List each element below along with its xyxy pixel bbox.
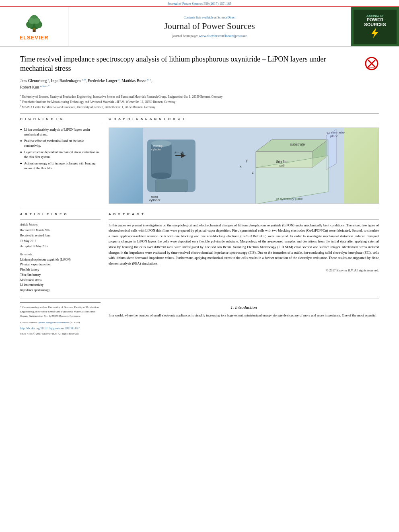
svg-text:substrate: substrate <box>290 142 305 146</box>
contents-available-line: Contents lists available at ScienceDirec… <box>184 16 236 19</box>
divider-1 <box>20 113 379 114</box>
article-info-abstract-row: A R T I C L E I N F O Article history: R… <box>20 212 379 293</box>
article-title: Time resolved impedance spectroscopy ana… <box>20 55 364 74</box>
svg-rect-8 <box>33 30 35 32</box>
intro-title: 1. Introduction <box>109 305 379 310</box>
svg-point-18 <box>151 173 171 179</box>
svg-text:yz symmetry: yz symmetry <box>327 131 345 134</box>
keyword-3: Flexible battery <box>20 267 101 273</box>
journal-homepage-link[interactable]: www.elsevier.com/locate/jpowsour <box>199 34 247 38</box>
graphical-abstract-image: F = 1N fixed cylinder moving cylinder th… <box>109 127 379 204</box>
article-info-col: A R T I C L E I N F O Article history: R… <box>20 212 101 293</box>
authors-list: Jens Glenneberg a, Ingo Bardenhagen a, b… <box>20 78 379 91</box>
divider-2 <box>20 209 379 209</box>
bottom-section: * Corresponding author. University of Br… <box>20 298 379 336</box>
cover-lightning-icon <box>367 27 383 39</box>
highlights-col: H I G H L I G H T S Li ion conductivity … <box>20 117 101 204</box>
svg-point-6 <box>34 18 40 24</box>
introduction-col: 1. Introduction In a world, where the nu… <box>109 302 379 336</box>
abstract-label: A B S T R A C T <box>109 212 379 216</box>
author-3: Frederieke Langer a, <box>88 78 121 83</box>
graphical-abstract-col: G R A P H I C A L A B S T R A C T F = 1N <box>109 117 379 204</box>
issn-line: 0378-7753/© 2017 Elsevier B.V. All right… <box>20 332 101 336</box>
article-info-label: A R T I C L E I N F O <box>20 212 101 216</box>
keywords-label: Keywords: <box>20 253 101 256</box>
received-date: Received 10 March 2017 <box>20 228 101 233</box>
cover-top-text: JOURNAL OF <box>366 14 384 17</box>
svg-text:cylinder: cylinder <box>151 148 161 151</box>
main-content: Time resolved impedance spectroscopy ana… <box>0 47 399 340</box>
highlight-item-2: Positive effect of mechanical load on th… <box>20 139 101 148</box>
svg-text:moving: moving <box>153 144 162 148</box>
email-line: E-mail address: robert.kun@uni-bremen.de… <box>20 320 101 325</box>
author-1: Jens Glenneberg a, <box>20 78 51 83</box>
keywords-section: Keywords: Lithium phosphorous oxynitride… <box>20 253 101 293</box>
email-label: E-mail address: <box>20 321 38 324</box>
keyword-6: Li-ion conductivity <box>20 283 101 288</box>
doi-line: http://dx.doi.org/10.1016/j.jpowsour.201… <box>20 326 101 331</box>
highlights-label: H I G H L I G H T S <box>20 117 101 121</box>
intro-text: In a world, where the number of small el… <box>109 313 379 318</box>
abstract-col: A B S T R A C T In this paper we present… <box>109 212 379 293</box>
highlight-item-1: Li ion conductivity analysis of LiPON la… <box>20 127 101 137</box>
article-dates: Received 10 March 2017 Received in revis… <box>20 228 101 249</box>
keywords-list: Lithium phosphorous oxynitride (LiPON) P… <box>20 257 101 293</box>
affiliation-a: a University of Bremen, Faculty of Produ… <box>20 94 379 99</box>
keyword-4: Thin film battery <box>20 273 101 278</box>
svg-text:CrossMark: CrossMark <box>366 66 378 69</box>
svg-point-5 <box>29 18 35 24</box>
journal-homepage-line: journal homepage: www.elsevier.com/locat… <box>173 34 247 38</box>
footnote-col: * Corresponding author. University of Br… <box>20 302 101 336</box>
science-direct-link[interactable]: ScienceDirect <box>218 16 236 19</box>
highlights-list: Li ion conductivity analysis of LiPON la… <box>20 127 101 171</box>
corresponding-author-note: * Corresponding author. University of Br… <box>20 305 101 319</box>
email-link[interactable]: robert.kun@uni-bremen.de <box>39 321 69 324</box>
revised-date: 12 May 2017 <box>20 238 101 244</box>
abstract-divider <box>109 219 379 220</box>
cover-title-text: POWERSOURCES <box>364 17 386 27</box>
highlights-graphical-abstract-row: H I G H L I G H T S Li ion conductivity … <box>20 117 379 204</box>
affiliation-b: b Fraunhofer Institute for Manufacturing… <box>20 99 379 104</box>
journal-reference-bar: Journal of Power Sources 359 (2017) 157–… <box>0 0 399 6</box>
svg-marker-9 <box>371 28 378 38</box>
svg-text:plane: plane <box>330 134 338 138</box>
graphical-abstract-svg: F = 1N fixed cylinder moving cylinder th… <box>109 127 378 204</box>
email-suffix: (R. Kun). <box>70 321 80 324</box>
elsevier-tree-icon <box>18 13 50 33</box>
journal-reference-text: Journal of Power Sources 359 (2017) 157–… <box>168 2 232 6</box>
keyword-1: Lithium phosphorous oxynitride (LiPON) <box>20 257 101 263</box>
journal-cover-image: JOURNAL OF POWERSOURCES <box>351 7 399 46</box>
highlight-item-3: Layer structure dependent mechanical str… <box>20 150 101 160</box>
svg-text:z: z <box>252 170 254 175</box>
journal-cover-inner: JOURNAL OF POWERSOURCES <box>354 10 397 44</box>
accepted-date: Accepted 13 May 2017 <box>20 244 101 249</box>
author-4: Matthias Busse b, c, <box>121 78 152 83</box>
journal-main-title: Journal of Power Sources <box>164 21 255 31</box>
affiliation-c: c MAPEX Center for Materials and Process… <box>20 104 379 109</box>
article-history-label: Article history: <box>20 223 101 226</box>
copyright-line: © 2017 Elsevier B.V. All rights reserved… <box>109 269 379 272</box>
author-5: Robert Kun a, b, c, * <box>20 85 49 89</box>
svg-rect-21 <box>155 180 187 192</box>
keyword-7: Impedance spectroscopy <box>20 288 101 293</box>
keyword-5: Mechanical stress <box>20 278 101 283</box>
svg-text:y: y <box>246 158 248 162</box>
elsevier-brand-label: ELSEVIER <box>19 35 48 41</box>
highlight-item-4: Activation energy of Li transport change… <box>20 161 101 171</box>
article-info-divider <box>20 219 101 220</box>
graphical-abstract-label: G R A P H I C A L A B S T R A C T <box>109 117 379 121</box>
abstract-text: In this paper we present investigations … <box>109 223 379 267</box>
crossmark-icon: CrossMark <box>364 56 379 71</box>
keyword-2: Physical vapor deposition <box>20 262 101 267</box>
journal-header: ELSEVIER Contents lists available at Sci… <box>0 6 399 47</box>
svg-text:x: x <box>240 164 242 168</box>
svg-text:xz symmetry plane: xz symmetry plane <box>276 197 303 201</box>
graphical-abstract-divider <box>109 124 379 124</box>
author-2: Ingo Bardenhagen a, b, <box>51 78 88 83</box>
elsevier-logo: ELSEVIER <box>0 7 68 46</box>
article-title-row: Time resolved impedance spectroscopy ana… <box>20 55 379 74</box>
doi-link[interactable]: http://dx.doi.org/10.1016/j.jpowsour.201… <box>20 327 80 330</box>
svg-text:F = 1N: F = 1N <box>175 151 184 154</box>
affiliations: a University of Bremen, Faculty of Produ… <box>20 94 379 109</box>
received-revised-label: Received in revised form <box>20 233 101 238</box>
